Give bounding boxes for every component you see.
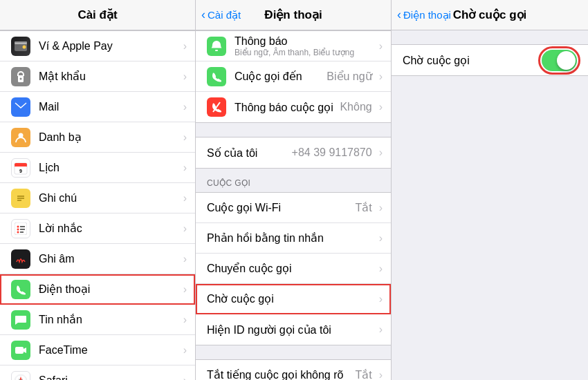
chevron-icon: › [183, 253, 187, 265]
phone-top-item-notifications[interactable]: Thông báoBiểu ngữ, Âm thanh, Biểu tượng› [196, 31, 391, 61]
sidebar-item-facetime[interactable]: FaceTime› [0, 335, 195, 365]
col2-title: Điện thoại [264, 8, 322, 22]
col3-back-chevron: ‹ [397, 8, 401, 22]
col2-back-btn[interactable]: ‹ Cài đặt [201, 8, 241, 22]
svg-point-18 [17, 231, 19, 233]
svg-rect-9 [15, 166, 27, 167]
contacts-label: Danh bạ [39, 131, 181, 144]
col3-title: Chờ cuộc gọi [453, 8, 527, 22]
col1-title: Cài đặt [77, 8, 117, 22]
notifications-label: Thông báo [235, 35, 376, 48]
chevron-icon: › [183, 283, 187, 296]
col3-back-btn[interactable]: ‹ Điện thoại [397, 8, 451, 22]
call-section-header-wrap: CUỘC GỌI [196, 169, 391, 192]
header-col3: ‹ Điện thoại Chờ cuộc gọi [392, 0, 588, 30]
call-item-forward[interactable]: Chuyển cuộc gọi› [196, 254, 391, 284]
silence-label: Tắt tiếng cuộc gọi không rõ [207, 368, 355, 380]
sidebar-item-messages[interactable]: Tin nhắn› [0, 305, 195, 335]
phone-top-group: Thông báoBiểu ngữ, Âm thanh, Biểu tượng›… [196, 30, 391, 123]
wifi-call-value: Tắt [355, 201, 371, 214]
toggle-knob [557, 51, 576, 70]
my-number-group: Số của tôi+84 39 9117870› [196, 137, 391, 169]
call-waiting-group: Chờ cuộc gọi [392, 44, 588, 76]
content-row: Ví & Apple Pay›Mật khẩu›Mail›Danh bạ›9Lị… [0, 30, 588, 380]
call-item-call-waiting[interactable]: Chờ cuộc gọi› [196, 284, 391, 314]
wifi-call-label: Cuộc gọi Wi-Fi [207, 201, 355, 214]
sidebar-item-phone[interactable]: Điện thoại› [0, 274, 195, 305]
calendar-icon: 9 [11, 158, 30, 178]
reply-sms-label: Phản hồi bằng tin nhắn [207, 231, 376, 245]
my-number-item[interactable]: Số của tôi+84 39 9117870› [196, 137, 391, 168]
sidebar-item-password[interactable]: Mật khẩu› [0, 61, 195, 92]
safari-icon [11, 371, 30, 381]
facetime-icon [11, 341, 30, 360]
chevron-icon: › [379, 369, 383, 381]
phone-bottom-group: Tắt tiếng cuộc gọi không rõTắt›Chặn cuộc… [196, 359, 391, 380]
chevron-icon: › [379, 293, 383, 305]
col2-back-label: Cài đặt [208, 9, 241, 21]
password-icon [11, 67, 30, 86]
call-item-wifi-call[interactable]: Cuộc gọi Wi-FiTắt› [196, 193, 391, 223]
mail-icon [11, 97, 30, 117]
reminders-label: Lời nhắc [39, 222, 181, 235]
sidebar-item-voice[interactable]: Ghi âm› [0, 244, 195, 274]
col3-back-label: Điện thoại [403, 9, 451, 21]
chevron-icon: › [379, 232, 383, 245]
sidebar-item-mail[interactable]: Mail› [0, 92, 195, 122]
phone-icon [11, 280, 30, 299]
caller-id-label: Hiện ID người gọi của tôi [207, 323, 376, 336]
svg-point-16 [17, 225, 19, 227]
chevron-icon: › [183, 314, 187, 326]
call-group: Cuộc gọi Wi-FiTắt›Phản hồi bằng tin nhắn… [196, 192, 391, 345]
call-item-caller-id[interactable]: Hiện ID người gọi của tôi› [196, 314, 391, 345]
call-waiting-label: Chờ cuộc gọi [207, 292, 376, 305]
notifications-sublabel: Biểu ngữ, Âm thanh, Biểu tượng [235, 48, 376, 57]
sidebar-item-contacts[interactable]: Danh bạ› [0, 122, 195, 153]
messages-label: Tin nhắn [39, 313, 181, 326]
header-col1: Cài đặt [0, 0, 196, 30]
forward-label: Chuyển cuộc gọi [207, 262, 376, 275]
chevron-icon: › [183, 222, 187, 235]
call-waiting-toggle[interactable] [542, 50, 577, 71]
mail-label: Mail [39, 101, 181, 113]
chevron-icon: › [379, 263, 383, 275]
calendar-label: Lịch [39, 161, 181, 174]
chevron-icon: › [183, 131, 187, 144]
my-number-value: +84 39 9117870 [292, 146, 372, 159]
phone-top-item-incoming[interactable]: Cuộc gọi đếnBiểu ngữ› [196, 61, 391, 92]
wallet-label: Ví & Apple Pay [39, 40, 181, 53]
call-announce-value: Không [340, 101, 371, 113]
header-col2: ‹ Cài đặt Điện thoại [196, 0, 392, 30]
chevron-icon: › [379, 323, 383, 336]
chevron-icon: › [183, 192, 187, 205]
svg-point-17 [17, 228, 19, 230]
sidebar-item-safari[interactable]: Safari› [0, 365, 195, 380]
chevron-icon: › [379, 101, 383, 113]
call-announce-icon [207, 97, 226, 117]
silence-value: Tắt [355, 368, 371, 380]
password-label: Mật khẩu [39, 70, 181, 83]
chevron-icon: › [379, 40, 383, 53]
sidebar-item-reminders[interactable]: Lời nhắc› [0, 213, 195, 244]
sidebar-item-wallet[interactable]: Ví & Apple Pay› [0, 31, 195, 61]
incoming-icon [207, 67, 226, 86]
sidebar-item-notes[interactable]: Ghi chú› [0, 183, 195, 213]
sidebar-item-calendar[interactable]: 9Lịch› [0, 153, 195, 183]
svg-text:9: 9 [19, 169, 22, 173]
voice-label: Ghi âm [39, 253, 181, 265]
call-section-header: CUỘC GỌI [196, 169, 391, 192]
my-number-label: Số của tôi [207, 146, 292, 160]
safari-label: Safari [39, 374, 181, 381]
incoming-value: Biểu ngữ [327, 70, 371, 83]
chevron-icon: › [183, 70, 187, 83]
col2-back-chevron: ‹ [201, 8, 205, 22]
svg-rect-26 [15, 347, 24, 354]
contacts-icon [11, 128, 30, 147]
svg-rect-15 [15, 222, 27, 235]
bottom-item-silence[interactable]: Tắt tiếng cuộc gọi không rõTắt› [196, 360, 391, 380]
notes-icon [11, 189, 30, 208]
call-waiting-item: Chờ cuộc gọi [392, 45, 588, 75]
call-item-reply-sms[interactable]: Phản hồi bằng tin nhắn› [196, 223, 391, 254]
messages-icon [11, 310, 30, 330]
phone-top-item-call-announce[interactable]: Thông báo cuộc gọiKhông› [196, 92, 391, 122]
